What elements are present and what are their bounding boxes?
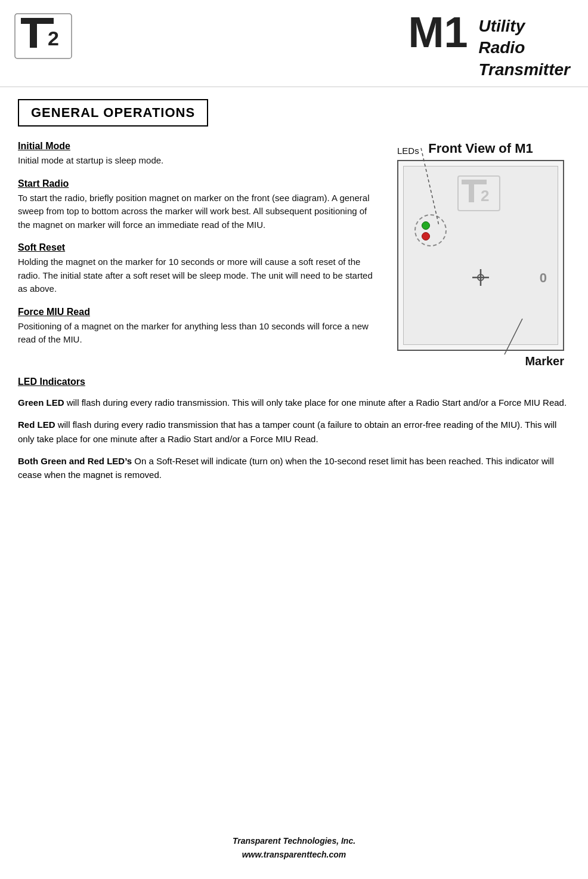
page-header: 2 M1 Utility Radio Transmitter: [0, 0, 588, 87]
device-diagram: 2: [397, 160, 564, 351]
marker-cross-icon: [470, 267, 491, 291]
soft-reset-body: Holding the magnet on the marker for 10 …: [18, 255, 379, 296]
initial-mode-body: Initial mode at startup is sleep mode.: [18, 154, 379, 168]
red-led-bold: Red LED: [18, 420, 55, 430]
diagram-container: LEDs 2: [391, 160, 570, 368]
green-led-bold: Green LED: [18, 397, 64, 408]
marker-label-area: Marker: [391, 354, 570, 368]
svg-rect-7: [469, 184, 474, 202]
green-led-para: Green LED will flash during every radio …: [18, 396, 570, 409]
force-miu-body: Positioning of a magnet on the marker fo…: [18, 320, 379, 347]
product-line3: Transmitter: [478, 59, 570, 81]
zero-label: 0: [540, 270, 547, 286]
red-led-para: Red LED will flash during every radio tr…: [18, 418, 570, 446]
red-led-text: will flash during every radio transmissi…: [18, 420, 556, 443]
right-column: Front View of M1 LEDs: [391, 141, 570, 368]
main-content: General Operations Initial Mode Initial …: [0, 87, 588, 508]
start-radio-body: To start the radio, briefly position mag…: [18, 192, 379, 232]
green-led-text: will flash during every radio transmissi…: [64, 397, 567, 408]
subsection-soft-reset: Soft Reset Holding the magnet on the mar…: [18, 242, 379, 296]
led-indicators-title: LED Indicators: [18, 377, 570, 387]
device-logo-watermark: 2: [457, 175, 505, 217]
svg-rect-2: [30, 24, 37, 48]
leds-label: LEDs: [397, 146, 419, 156]
marker-label: Marker: [391, 354, 570, 368]
subsection-start-radio: Start Radio To start the radio, briefly …: [18, 178, 379, 232]
svg-text:2: 2: [481, 187, 489, 205]
svg-rect-6: [462, 180, 487, 184]
svg-text:2: 2: [48, 27, 59, 50]
left-column: Initial Mode Initial mode at startup is …: [18, 141, 379, 368]
led-indicators-section: LED Indicators Green LED will flash duri…: [18, 377, 570, 482]
section-heading-box: General Operations: [18, 99, 208, 127]
both-leds-bold: Both Green and Red LED’s: [18, 456, 132, 466]
subsection-initial-mode: Initial Mode Initial mode at startup is …: [18, 141, 379, 168]
start-radio-title: Start Radio: [18, 178, 379, 189]
product-line1: Utility: [478, 16, 570, 37]
m1-badge: M1: [408, 11, 468, 54]
both-leds-para: Both Green and Red LED’s On a Soft-Reset…: [18, 454, 570, 482]
svg-rect-1: [21, 18, 54, 24]
device-inner: 2: [403, 166, 558, 345]
product-line2: Radio: [478, 37, 570, 58]
soft-reset-title: Soft Reset: [18, 242, 379, 253]
footer-line1: Transparent Technologies, Inc.: [0, 834, 588, 847]
subsection-force-miu: Force MIU Read Positioning of a magnet o…: [18, 307, 379, 347]
logo-area: 2: [12, 11, 78, 64]
initial-mode-title: Initial Mode: [18, 141, 379, 152]
product-title: Utility Radio Transmitter: [478, 11, 570, 81]
title-area: M1 Utility Radio Transmitter: [408, 11, 570, 81]
force-miu-title: Force MIU Read: [18, 307, 379, 317]
led-dashed-circle: [414, 214, 447, 246]
section-title: General Operations: [31, 105, 195, 121]
footer-line2: www.transparenttech.com: [0, 848, 588, 861]
page-footer: Transparent Technologies, Inc. www.trans…: [0, 834, 588, 861]
two-column-layout: Initial Mode Initial mode at startup is …: [18, 141, 570, 368]
t2-logo: 2: [12, 11, 78, 64]
